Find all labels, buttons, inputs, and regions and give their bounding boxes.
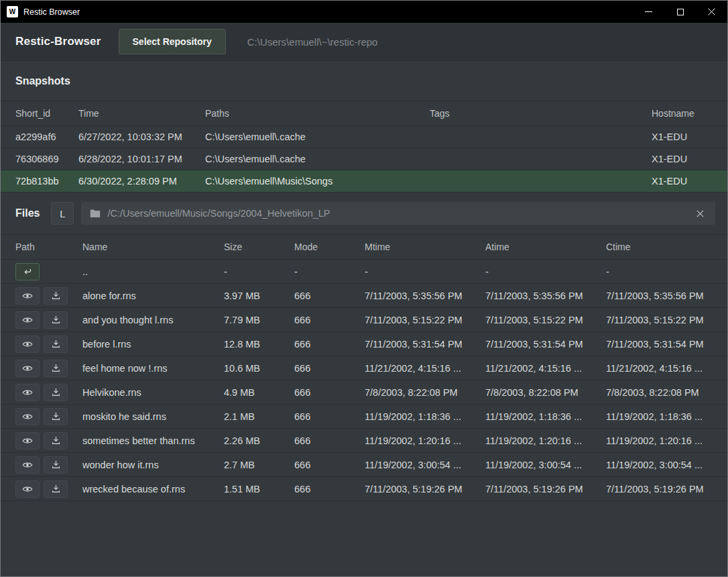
eye-icon	[22, 484, 33, 494]
file-size: 2.1 MB	[224, 411, 294, 422]
table-row[interactable]: 76306869 6/28/2022, 10:01:17 PM C:\Users…	[1, 148, 727, 170]
table-row[interactable]: feel home now !.rns 10.6 MB 666 11/21/20…	[1, 356, 727, 380]
preview-button[interactable]	[15, 311, 40, 329]
preview-button[interactable]	[15, 456, 40, 474]
column-header-mode: Mode	[294, 242, 365, 252]
file-size: 1.51 MB	[224, 484, 294, 494]
file-mtime: 7/8/2003, 8:22:08 PM	[365, 387, 485, 398]
file-atime: -	[485, 266, 606, 277]
download-button[interactable]	[44, 432, 68, 450]
titlebar: W Restic Browser	[1, 1, 727, 23]
preview-button[interactable]	[15, 287, 40, 305]
preview-button[interactable]	[15, 360, 40, 377]
current-path-bar[interactable]: /C:/Users/emuell/Music/Songs/2004_Helvet…	[81, 202, 715, 225]
app-header: Restic-Browser Select Repository C:\User…	[1, 23, 727, 61]
maximize-button[interactable]	[664, 1, 696, 23]
file-name: sometimes better than.rns	[82, 435, 224, 446]
file-ctime: 11/19/2002, 1:18:36 ...	[606, 411, 715, 422]
download-icon	[51, 435, 61, 445]
close-button[interactable]	[696, 1, 727, 23]
list-mode-button[interactable]: L	[51, 202, 74, 225]
download-button[interactable]	[44, 384, 68, 401]
download-button[interactable]	[44, 360, 68, 377]
download-button[interactable]	[44, 311, 68, 329]
file-mtime: 7/11/2003, 5:35:56 PM	[365, 291, 485, 301]
titlebar-drag-area[interactable]: W Restic Browser	[1, 1, 633, 23]
file-atime: 7/11/2003, 5:19:26 PM	[485, 484, 606, 494]
table-row[interactable]: sometimes better than.rns 2.26 MB 666 11…	[1, 429, 727, 453]
file-mtime: 7/11/2003, 5:31:54 PM	[365, 339, 485, 350]
eye-icon	[22, 387, 33, 398]
clear-path-button[interactable]	[694, 207, 707, 220]
snapshot-time: 6/30/2022, 2:28:09 PM	[78, 176, 205, 187]
file-name: and you thought l.rns	[82, 315, 224, 325]
file-ctime: 7/11/2003, 5:19:26 PM	[606, 484, 715, 494]
file-mode: 666	[294, 363, 365, 374]
download-icon	[51, 339, 61, 349]
download-icon	[51, 460, 61, 470]
file-name: wonder how it.rns	[82, 460, 224, 470]
file-ctime: 11/19/2002, 1:20:16 ...	[606, 435, 715, 446]
table-row[interactable]: before l.rns 12.8 MB 666 7/11/2003, 5:31…	[1, 332, 727, 356]
eye-icon	[22, 291, 33, 301]
download-button[interactable]	[44, 335, 68, 353]
parent-dir-button[interactable]	[15, 263, 40, 280]
repository-path: C:\Users\emuell\~\restic-repo	[247, 36, 378, 48]
file-ctime: 7/11/2003, 5:31:54 PM	[606, 339, 715, 350]
snapshot-time: 6/28/2022, 10:01:17 PM	[78, 154, 205, 164]
download-button[interactable]	[44, 480, 68, 498]
table-row[interactable]: and you thought l.rns 7.79 MB 666 7/11/2…	[1, 308, 727, 332]
file-atime: 7/11/2003, 5:15:22 PM	[485, 315, 606, 325]
table-row[interactable]: alone for.rns 3.97 MB 666 7/11/2003, 5:3…	[1, 284, 727, 308]
download-button[interactable]	[44, 456, 68, 474]
file-size: 3.97 MB	[224, 291, 294, 301]
file-atime: 7/11/2003, 5:31:54 PM	[485, 339, 606, 350]
file-mtime: 7/11/2003, 5:15:22 PM	[365, 315, 485, 325]
preview-button[interactable]	[15, 335, 40, 353]
snapshot-hostname: X1-EDU	[652, 132, 715, 142]
download-button[interactable]	[44, 287, 68, 305]
download-icon	[51, 411, 61, 421]
parent-dir-row[interactable]: .. - - - - -	[1, 260, 727, 284]
download-icon	[51, 484, 61, 494]
app-icon: W	[7, 6, 18, 17]
eye-icon	[22, 435, 33, 446]
column-header-name: Name	[82, 242, 224, 252]
file-ctime: -	[606, 266, 715, 277]
preview-button[interactable]	[15, 432, 40, 450]
preview-button[interactable]	[15, 480, 40, 498]
preview-button[interactable]	[15, 384, 40, 401]
file-atime: 11/19/2002, 3:00:54 ...	[485, 460, 606, 470]
table-row[interactable]: wrecked because of.rns 1.51 MB 666 7/11/…	[1, 477, 727, 501]
file-name: moskito he said.rns	[82, 411, 224, 422]
eye-icon	[22, 411, 33, 422]
column-header-time: Time	[78, 108, 205, 119]
file-mtime: 11/19/2002, 1:18:36 ...	[365, 411, 485, 422]
table-row[interactable]: a2299af6 6/27/2022, 10:03:32 PM C:\Users…	[1, 126, 727, 148]
table-row-selected[interactable]: 72b813bb 6/30/2022, 2:28:09 PM C:\Users\…	[1, 170, 727, 193]
table-row[interactable]: moskito he said.rns 2.1 MB 666 11/19/200…	[1, 405, 727, 429]
column-header-hostname: Hostname	[652, 108, 715, 119]
file-size: 12.8 MB	[224, 339, 294, 350]
table-row[interactable]: Helvikone.rns 4.9 MB 666 7/8/2003, 8:22:…	[1, 380, 727, 405]
app-window: W Restic Browser Restic-Browser Select R…	[0, 0, 728, 577]
file-mode: 666	[294, 291, 365, 301]
download-button[interactable]	[44, 408, 68, 425]
eye-icon	[22, 315, 33, 325]
minimize-button[interactable]	[633, 1, 664, 23]
column-header-short-id: Short_id	[15, 108, 78, 119]
snapshots-table: Short_id Time Paths Tags Hostname a2299a…	[1, 101, 727, 193]
eye-icon	[22, 363, 33, 374]
file-ctime: 11/19/2002, 3:00:54 ...	[606, 460, 715, 470]
current-path: /C:/Users/emuell/Music/Songs/2004_Helvet…	[107, 208, 687, 219]
file-ctime: 11/21/2002, 4:15:16 ...	[606, 363, 715, 374]
column-header-mtime: Mtime	[365, 242, 485, 252]
download-icon	[51, 387, 61, 397]
select-repository-button[interactable]: Select Repository	[119, 29, 226, 54]
preview-button[interactable]	[15, 408, 40, 425]
file-mtime: 11/19/2002, 3:00:54 ...	[365, 460, 485, 470]
column-header-paths: Paths	[205, 108, 430, 119]
table-row[interactable]: wonder how it.rns 2.7 MB 666 11/19/2002,…	[1, 453, 727, 477]
close-icon	[696, 210, 704, 217]
file-mode: 666	[294, 484, 365, 494]
